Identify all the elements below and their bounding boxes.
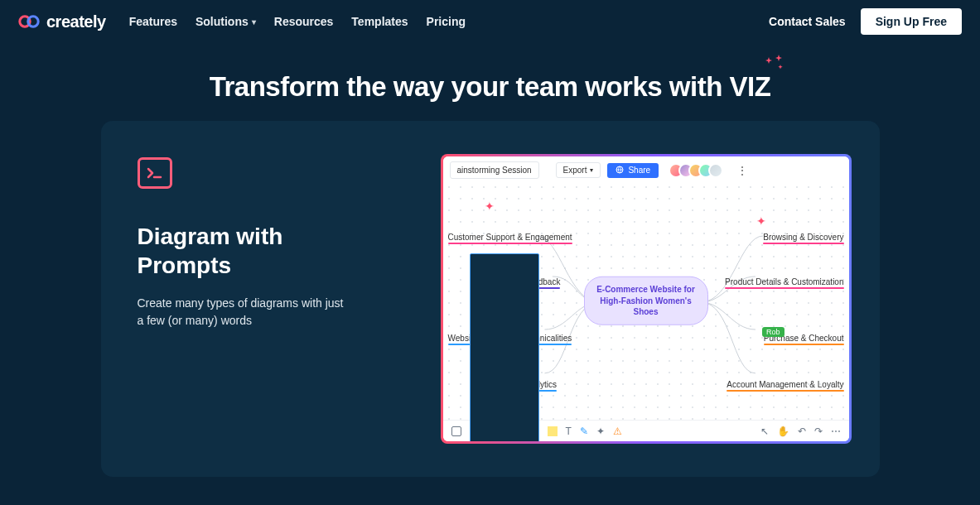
brand-logo-mark: [18, 14, 41, 29]
header-right: Contact Sales Sign Up Free: [769, 8, 962, 35]
hero-title: Transform the way your team works with V…: [210, 71, 771, 103]
kebab-menu-icon[interactable]: ⋮: [735, 165, 750, 176]
nav-resources[interactable]: Resources: [274, 15, 334, 28]
sticky-note-tool-icon[interactable]: [548, 426, 558, 436]
mock-export-label: Export: [563, 166, 587, 175]
feature-card: Diagram with Prompts Create many types o…: [101, 121, 880, 477]
avatar: [708, 163, 723, 178]
main-nav: Features Solutions ▾ Resources Templates…: [129, 15, 466, 28]
sparkle-icon: ✦: [485, 200, 495, 213]
mock-share-label: Share: [628, 166, 650, 175]
nav-solutions-label: Solutions: [196, 15, 249, 28]
mock-share-button[interactable]: Share: [607, 163, 659, 178]
nav-templates[interactable]: Templates: [351, 15, 408, 28]
undo-icon[interactable]: ↶: [798, 426, 806, 437]
chevron-down-icon: ▾: [252, 17, 256, 26]
mock-window-frame: ainstorming Session Export ▾ Share: [441, 154, 852, 444]
mock-tool-row-left: T ✎ ✦ ⚠: [451, 253, 622, 442]
header-left: creately Features Solutions ▾ Resources …: [18, 12, 466, 31]
nav-pricing[interactable]: Pricing: [427, 15, 466, 28]
caret-down-icon: ▾: [590, 166, 593, 174]
cursor-icon[interactable]: ↖: [760, 426, 769, 437]
hand-icon[interactable]: ✋: [777, 426, 789, 437]
feature-card-right: ainstorming Session Export ▾ Share: [444, 157, 848, 440]
prompt-terminal-icon: [138, 157, 172, 189]
sparkle-icon: [764, 51, 785, 83]
mindmap-node[interactable]: Account Management & Loyalty: [727, 380, 843, 393]
mock-window: ainstorming Session Export ▾ Share: [443, 156, 849, 441]
mindmap-node-label: Account Management & Loyalty: [727, 380, 843, 389]
mindmap-node[interactable]: Browsing & Discovery: [763, 233, 843, 246]
sparkle-tool-icon[interactable]: ✦: [596, 426, 605, 437]
mock-toolbar: ainstorming Session Export ▾ Share: [443, 156, 849, 185]
nav-features[interactable]: Features: [129, 15, 177, 28]
more-icon[interactable]: ⋯: [831, 426, 841, 437]
feature-card-left: Diagram with Prompts Create many types o…: [138, 157, 411, 440]
mock-bottom-toolbar: T ✎ ✦ ⚠ ↖ ✋ ↶ ↷ ⋯: [443, 420, 849, 441]
signup-button[interactable]: Sign Up Free: [861, 8, 962, 35]
mindmap-node[interactable]: Customer Support & Engagement: [448, 233, 572, 246]
collaborator-cursor: Rob: [762, 327, 784, 337]
mock-export-button[interactable]: Export ▾: [556, 162, 601, 178]
text-tool-icon[interactable]: T: [566, 426, 572, 437]
globe-icon: [616, 166, 624, 176]
mock-doc-title[interactable]: ainstorming Session: [450, 161, 539, 179]
warning-tool-icon[interactable]: ⚠: [613, 426, 622, 437]
pencil-tool-icon[interactable]: ✎: [580, 426, 588, 437]
brand-name: creately: [46, 12, 106, 31]
card-tool-icon[interactable]: [470, 253, 539, 442]
sparkle-icon: ✦: [756, 214, 766, 228]
mindmap-node-label: Product Details & Customization: [725, 277, 843, 286]
mindmap-node-label: Browsing & Discovery: [763, 233, 843, 242]
site-header: creately Features Solutions ▾ Resources …: [0, 0, 980, 43]
mock-tool-row-right: ↖ ✋ ↶ ↷ ⋯: [760, 426, 841, 437]
hero-section: Transform the way your team works with V…: [0, 71, 980, 103]
feature-title-line2: Prompts: [138, 252, 232, 278]
feature-description: Create many types of diagrams with just …: [138, 295, 353, 329]
brand-logo[interactable]: creately: [18, 12, 106, 31]
mindmap-node[interactable]: Product Details & Customization: [725, 277, 843, 291]
collaborator-cursor-label: Rob: [762, 327, 784, 337]
shape-tool-icon[interactable]: [451, 426, 461, 436]
hero-title-text: Transform the way your team works with V…: [210, 71, 771, 102]
nav-solutions[interactable]: Solutions ▾: [196, 15, 256, 28]
contact-sales-link[interactable]: Contact Sales: [769, 15, 846, 28]
mock-avatar-stack[interactable]: [669, 163, 723, 178]
feature-title-line1: Diagram with: [138, 224, 283, 249]
feature-title: Diagram with Prompts: [138, 222, 411, 280]
redo-icon[interactable]: ↷: [814, 426, 823, 437]
mindmap-node-label: Customer Support & Engagement: [448, 233, 572, 242]
